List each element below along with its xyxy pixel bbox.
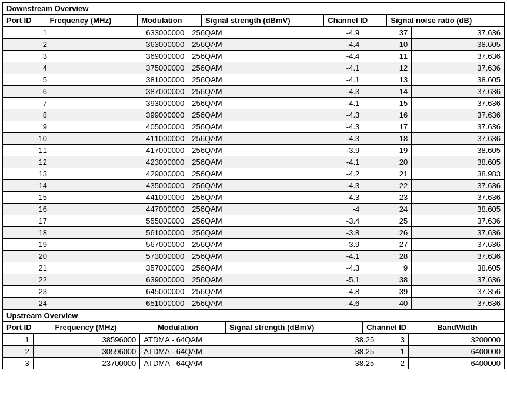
upstream-table: Upstream Overview Port ID Frequency (MHz… — [2, 309, 505, 334]
channel-id: 39 — [363, 286, 412, 298]
snr: 37.636 — [412, 251, 505, 262]
bandwidth: 6400000 — [408, 358, 504, 369]
table-row: 24 651000000 256QAM -4.6 40 37.636 — [3, 298, 505, 309]
snr: 37.636 — [412, 62, 505, 74]
snr: 38.983 — [412, 168, 505, 180]
table-row: 19 567000000 256QAM -3.9 27 37.636 — [3, 239, 505, 251]
signal-strength: -4.3 — [301, 133, 363, 145]
snr: 37.636 — [412, 227, 505, 239]
port-id: 21 — [3, 262, 51, 274]
snr: 37.636 — [412, 239, 505, 251]
modulation: 256QAM — [188, 192, 301, 204]
channel-id: 22 — [363, 180, 412, 192]
downstream-table: Downstream Overview Port ID Frequency (M… — [2, 2, 505, 26]
frequency: 651000000 — [51, 298, 188, 309]
col-signal-ds: Signal strength (dBmV) — [202, 15, 324, 26]
modulation: 256QAM — [188, 239, 301, 251]
table-row: 3 23700000 ATDMA - 64QAM 38.25 2 6400000 — [3, 358, 505, 369]
modulation: 256QAM — [188, 121, 301, 133]
channel-id: 17 — [363, 121, 412, 133]
port-id: 2 — [3, 346, 34, 358]
snr: 38.605 — [412, 39, 505, 51]
signal-strength: -4 — [301, 204, 363, 215]
col-freq-ds: Frequency (MHz) — [46, 15, 138, 26]
frequency: 573000000 — [51, 251, 188, 262]
frequency: 435000000 — [51, 180, 188, 192]
channel-id: 20 — [363, 156, 412, 168]
signal-strength: 38.25 — [309, 358, 378, 369]
table-row: 20 573000000 256QAM -4.1 28 37.636 — [3, 251, 505, 262]
port-id: 22 — [3, 274, 51, 286]
table-row: 6 387000000 256QAM -4.3 14 37.636 — [3, 86, 505, 98]
frequency: 38596000 — [33, 334, 140, 346]
upstream-section-title-row: Upstream Overview — [3, 310, 505, 322]
port-id: 3 — [3, 51, 51, 62]
frequency: 381000000 — [51, 74, 188, 86]
snr: 37.636 — [412, 51, 505, 62]
col-bw-us: BandWidth — [433, 322, 505, 334]
port-id: 3 — [3, 358, 34, 369]
channel-id: 1 — [378, 346, 409, 358]
snr: 37.636 — [412, 86, 505, 98]
modulation: 256QAM — [188, 274, 301, 286]
modulation: 256QAM — [188, 227, 301, 239]
table-row: 4 375000000 256QAM -4.1 12 37.636 — [3, 62, 505, 74]
modulation: 256QAM — [188, 180, 301, 192]
upstream-header-row: Port ID Frequency (MHz) Modulation Signa… — [3, 322, 505, 334]
table-row: 1 38596000 ATDMA - 64QAM 38.25 3 3200000 — [3, 334, 505, 346]
bandwidth: 6400000 — [408, 346, 504, 358]
port-id: 10 — [3, 133, 51, 145]
frequency: 363000000 — [51, 39, 188, 51]
snr: 37.636 — [412, 274, 505, 286]
channel-id: 14 — [363, 86, 412, 98]
port-id: 2 — [3, 39, 51, 51]
port-id: 7 — [3, 98, 51, 109]
port-id: 14 — [3, 180, 51, 192]
downstream-data-table: 1 633000000 256QAM -4.9 37 37.636 2 3630… — [2, 26, 505, 309]
frequency: 387000000 — [51, 86, 188, 98]
downstream-title: Downstream Overview — [3, 3, 505, 15]
port-id: 8 — [3, 109, 51, 121]
port-id: 23 — [3, 286, 51, 298]
frequency: 645000000 — [51, 286, 188, 298]
modulation: 256QAM — [188, 98, 301, 109]
port-id: 13 — [3, 168, 51, 180]
table-row: 21 357000000 256QAM -4.3 9 38.605 — [3, 262, 505, 274]
frequency: 633000000 — [51, 27, 188, 39]
table-row: 12 423000000 256QAM -4.1 20 38.605 — [3, 156, 505, 168]
modulation: 256QAM — [188, 156, 301, 168]
port-id: 4 — [3, 62, 51, 74]
signal-strength: -4.3 — [301, 86, 363, 98]
channel-id: 37 — [363, 27, 412, 39]
signal-strength: -4.3 — [301, 262, 363, 274]
port-id: 9 — [3, 121, 51, 133]
table-row: 1 633000000 256QAM -4.9 37 37.636 — [3, 27, 505, 39]
snr: 37.636 — [412, 133, 505, 145]
modulation: 256QAM — [188, 145, 301, 156]
snr: 37.636 — [412, 180, 505, 192]
port-id: 1 — [3, 27, 51, 39]
table-row: 3 369000000 256QAM -4.4 11 37.636 — [3, 51, 505, 62]
modulation: 256QAM — [188, 133, 301, 145]
channel-id: 15 — [363, 98, 412, 109]
modulation: 256QAM — [188, 298, 301, 309]
table-row: 10 411000000 256QAM -4.3 18 37.636 — [3, 133, 505, 145]
modulation: 256QAM — [188, 39, 301, 51]
snr: 38.605 — [412, 156, 505, 168]
table-row: 2 30596000 ATDMA - 64QAM 38.25 1 6400000 — [3, 346, 505, 358]
modulation: 256QAM — [188, 86, 301, 98]
frequency: 30596000 — [33, 346, 140, 358]
table-row: 11 417000000 256QAM -3.9 19 38.605 — [3, 145, 505, 156]
port-id: 20 — [3, 251, 51, 262]
port-id: 17 — [3, 215, 51, 227]
signal-strength: -4.8 — [301, 286, 363, 298]
downstream-header-row: Port ID Frequency (MHz) Modulation Signa… — [3, 15, 505, 26]
col-mod-us: Modulation — [154, 322, 225, 334]
port-id: 12 — [3, 156, 51, 168]
table-row: 7 393000000 256QAM -4.1 15 37.636 — [3, 98, 505, 109]
signal-strength: -4.3 — [301, 121, 363, 133]
modulation: ATDMA - 64QAM — [140, 358, 309, 369]
snr: 37.636 — [412, 121, 505, 133]
table-row: 14 435000000 256QAM -4.3 22 37.636 — [3, 180, 505, 192]
table-row: 22 639000000 256QAM -5.1 38 37.636 — [3, 274, 505, 286]
